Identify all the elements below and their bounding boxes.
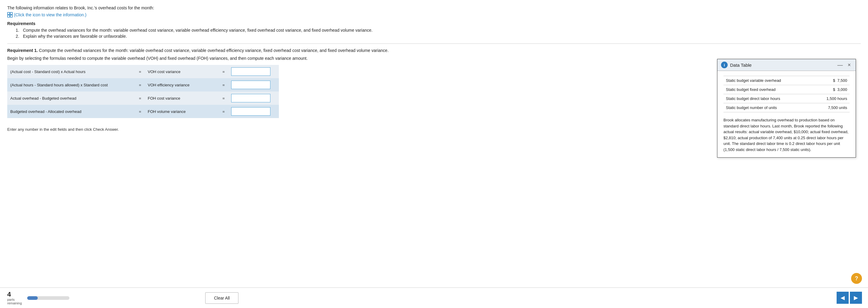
popup-controls: — × xyxy=(836,62,852,68)
req-number-2: 2. xyxy=(16,34,22,39)
requirements-section: Requirements 1. Compute the overhead var… xyxy=(7,21,861,39)
equals-cell: = xyxy=(135,92,145,105)
svg-rect-3 xyxy=(10,15,12,17)
parts-number: 4 xyxy=(7,291,11,298)
equals-cell: = xyxy=(135,78,145,92)
variance-cell: VOH cost variance xyxy=(145,65,219,78)
minimize-button[interactable]: — xyxy=(836,62,844,68)
data-table-row: Static budget fixed overhead$ 3,000 xyxy=(723,85,849,94)
popup-body: Static budget variable overhead$ 7,500St… xyxy=(717,71,856,157)
divider-1 xyxy=(7,43,861,44)
formula-table: (Actual cost - Standard cost) x Actual h… xyxy=(7,65,279,118)
formula-row: Budgeted overhead - Allocated overhead =… xyxy=(7,105,279,118)
clear-all-button[interactable]: Clear All xyxy=(205,292,239,304)
dt-value: 7,500 units xyxy=(812,103,849,112)
req-item-1: 1. Compute the overhead variances for th… xyxy=(16,28,861,33)
info-icon: i xyxy=(721,62,728,68)
req-text-2: Explain why the variances are favorable … xyxy=(23,34,127,39)
dt-value: 1,500 hours xyxy=(812,94,849,103)
popup-title: Data Table xyxy=(730,62,751,68)
intro-text: The following information relates to Bro… xyxy=(7,5,861,10)
input-cell[interactable] xyxy=(228,78,279,92)
formula-cell: Actual overhead - Budgeted overhead xyxy=(7,92,135,105)
variance-input-2[interactable] xyxy=(231,94,271,102)
dt-label: Static budget number of units xyxy=(723,103,812,112)
req-text-1: Compute the overhead variances for the m… xyxy=(23,28,373,33)
data-table-row: Static budget variable overhead$ 7,500 xyxy=(723,76,849,85)
parts-label-line2: remaining xyxy=(7,301,22,305)
data-table-row: Static budget number of units7,500 units xyxy=(723,103,849,112)
parts-label-line1: parts xyxy=(7,298,14,301)
equals-cell: = xyxy=(135,65,145,78)
svg-rect-0 xyxy=(7,12,10,14)
req1-header: Requirement 1. Compute the overhead vari… xyxy=(7,48,861,53)
footer-left: 4 parts remaining xyxy=(7,291,69,305)
progress-bar-container xyxy=(27,296,69,300)
data-table-row: Static budget direct labor hours1,500 ho… xyxy=(723,94,849,103)
req1-text: Compute the overhead variances for the m… xyxy=(38,48,389,53)
formula-cell: (Actual cost - Standard cost) x Actual h… xyxy=(7,65,135,78)
eq2-cell: = xyxy=(219,105,228,118)
variance-cell: FOH volume variance xyxy=(145,105,219,118)
formula-row: (Actual cost - Standard cost) x Actual h… xyxy=(7,65,279,78)
dt-label: Static budget fixed overhead xyxy=(723,85,812,94)
popup-title-area: i Data Table xyxy=(721,62,751,68)
variance-cell: FOH cost variance xyxy=(145,92,219,105)
nav-forward-button[interactable]: ▶ xyxy=(850,292,862,304)
variance-cell: VOH efficiency variance xyxy=(145,78,219,92)
dt-value: $ 3,000 xyxy=(812,85,849,94)
variance-input-0[interactable] xyxy=(231,67,271,76)
footer-bar: 4 parts remaining xyxy=(0,287,868,308)
input-cell[interactable] xyxy=(228,105,279,118)
eq2-cell: = xyxy=(219,65,228,78)
data-icon-link[interactable]: (Click the icon to view the information.… xyxy=(7,12,86,18)
svg-rect-2 xyxy=(7,15,10,17)
svg-rect-1 xyxy=(10,12,12,14)
dt-value: $ 7,500 xyxy=(812,76,849,85)
formula-row: Actual overhead - Budgeted overhead = FO… xyxy=(7,92,279,105)
eq2-cell: = xyxy=(219,78,228,92)
popup-header: i Data Table — × xyxy=(717,59,856,71)
grid-icon xyxy=(7,12,13,18)
dt-label: Static budget direct labor hours xyxy=(723,94,812,103)
variance-input-1[interactable] xyxy=(231,81,271,89)
formula-cell: (Actual hours - Standard hours allowed) … xyxy=(7,78,135,92)
req1-label: Requirement 1. xyxy=(7,48,38,53)
icon-link-text: (Click the icon to view the information.… xyxy=(14,12,86,17)
requirements-title: Requirements xyxy=(7,21,861,26)
nav-arrows: ◀ ▶ xyxy=(837,292,862,304)
input-cell[interactable] xyxy=(228,92,279,105)
req-item-2: 2. Explain why the variances are favorab… xyxy=(16,34,861,39)
input-cell[interactable] xyxy=(228,65,279,78)
equals-cell: = xyxy=(135,105,145,118)
nav-back-button[interactable]: ◀ xyxy=(837,292,849,304)
data-table-popup: i Data Table — × Static budget variable … xyxy=(717,59,856,158)
req-number-1: 1. xyxy=(16,28,22,33)
dt-label: Static budget variable overhead xyxy=(723,76,812,85)
formula-cell: Budgeted overhead - Allocated overhead xyxy=(7,105,135,118)
help-button[interactable]: ? xyxy=(851,273,862,284)
eq2-cell: = xyxy=(219,92,228,105)
popup-note: Brook allocates manufacturing overhead t… xyxy=(723,117,849,153)
variance-input-3[interactable] xyxy=(231,107,271,116)
close-button[interactable]: × xyxy=(846,62,852,68)
formula-row: (Actual hours - Standard hours allowed) … xyxy=(7,78,279,92)
progress-bar-fill xyxy=(27,296,38,300)
data-table-inner: Static budget variable overhead$ 7,500St… xyxy=(723,76,849,112)
parts-remaining: 4 parts remaining xyxy=(7,291,22,305)
main-container: The following information relates to Bro… xyxy=(0,0,868,132)
